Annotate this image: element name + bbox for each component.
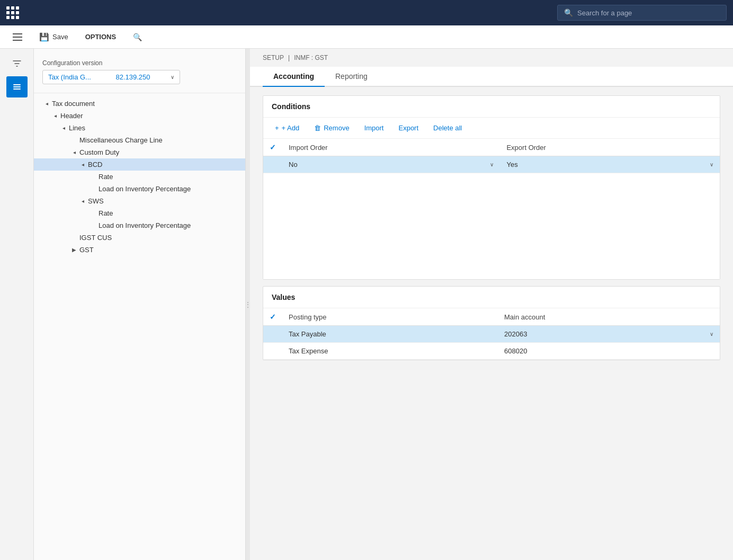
values-col-account: Main account (498, 308, 720, 326)
import-order-chevron: ∨ (490, 162, 494, 167)
tree-panel: Configuration version Tax (India G... 82… (34, 49, 246, 560)
nav-list-icon[interactable] (6, 76, 28, 97)
top-bar: 🔍 Search for a page (0, 0, 733, 25)
tree-item-custom-duty[interactable]: ◂ Custom Duty (34, 146, 245, 158)
breadcrumb-part2: INMF : GST (294, 54, 328, 61)
tree-label-rate-bcd: Rate (99, 173, 113, 181)
value-row-1-check (263, 326, 282, 343)
import-condition-button[interactable]: Import (361, 122, 387, 134)
tree-item-rate-bcd[interactable]: Rate (34, 171, 245, 183)
options-label: OPTIONS (85, 33, 117, 41)
content-body: Conditions + + Add 🗑 Remove Import Expor… (250, 87, 733, 560)
conditions-check-header: ✓ (263, 139, 282, 156)
tree-item-misc-charge-line[interactable]: Miscellaneous Charge Line (34, 134, 245, 146)
condition-row-1-import[interactable]: No ∨ (282, 156, 500, 173)
expand-icon-sws: ◂ (78, 198, 87, 204)
expand-icon-tax-document: ◂ (42, 101, 51, 106)
tree-item-rate-sws[interactable]: Rate (34, 207, 245, 219)
tree-label-misc: Miscellaneous Charge Line (79, 136, 163, 144)
condition-row-1-check (263, 156, 282, 173)
tree-item-load-sws[interactable]: Load on Inventory Percentage (34, 219, 245, 232)
svg-rect-1 (13, 86, 21, 87)
top-bar-left (6, 6, 19, 19)
tree-label-header: Header (60, 112, 83, 120)
values-col-posting: Posting type (282, 308, 498, 326)
side-nav (0, 49, 34, 560)
save-label: Save (52, 33, 68, 41)
config-version-dropdown[interactable]: Tax (India G... 82.139.250 ∨ (42, 70, 180, 84)
tree-item-igst-cus[interactable]: IGST CUS (34, 232, 245, 244)
remove-condition-button[interactable]: 🗑 Remove (311, 122, 352, 134)
expand-icon-bcd: ◂ (78, 162, 87, 167)
tree-label-tax-document: Tax document (52, 100, 95, 108)
svg-rect-2 (13, 88, 21, 90)
conditions-section: Conditions + + Add 🗑 Remove Import Expor… (263, 95, 720, 280)
breadcrumb: SETUP | INMF : GST (250, 49, 733, 67)
hamburger-menu-icon[interactable] (8, 29, 26, 45)
tree-label-bcd: BCD (88, 161, 102, 168)
export-condition-button[interactable]: Export (395, 122, 422, 134)
tree-label-sws: SWS (88, 197, 104, 205)
search-icon: 🔍 (564, 8, 573, 17)
search-button[interactable]: 🔍 (129, 31, 146, 43)
breadcrumb-separator: | (288, 54, 290, 61)
condition-row-1-export[interactable]: Yes ∨ (500, 156, 720, 173)
value-row-1-posting: Tax Payable (282, 326, 498, 343)
breadcrumb-part1: SETUP (263, 54, 284, 61)
value-row-2-check (263, 343, 282, 360)
config-version-num: 82.139.250 (115, 73, 150, 81)
conditions-title: Conditions (263, 96, 720, 118)
values-check-header: ✓ (263, 308, 282, 326)
expand-icon-custom-duty: ◂ (70, 149, 78, 155)
content-area: SETUP | INMF : GST Accounting Reporting … (250, 49, 733, 560)
values-section: Values ✓ Posting type Main account (263, 286, 720, 360)
tree-item-sws[interactable]: ◂ SWS (34, 195, 245, 207)
tree-item-bcd[interactable]: ◂ BCD (34, 158, 245, 171)
add-condition-button[interactable]: + + Add (272, 122, 302, 134)
values-table: ✓ Posting type Main account Tax Payable (263, 308, 720, 360)
app-grid-icon[interactable] (6, 6, 19, 19)
tree-item-header[interactable]: ◂ Header (34, 110, 245, 122)
options-button[interactable]: OPTIONS (81, 31, 121, 43)
value-row-2-account: 608020 (498, 343, 720, 360)
tabs-bar: Accounting Reporting (250, 67, 733, 87)
resize-handle[interactable] (246, 49, 250, 560)
tree-item-tax-document[interactable]: ◂ Tax document (34, 97, 245, 110)
config-version-section: Configuration version Tax (India G... 82… (34, 55, 245, 93)
trash-icon: 🗑 (314, 124, 321, 132)
global-search-bar[interactable]: 🔍 Search for a page (557, 5, 727, 21)
value-row-2[interactable]: Tax Expense 608020 (263, 343, 720, 360)
tree-item-gst[interactable]: ▶ GST (34, 244, 245, 256)
expand-icon-lines: ◂ (59, 125, 68, 131)
values-title: Values (263, 287, 720, 308)
tab-reporting[interactable]: Reporting (325, 67, 378, 87)
tree-item-load-bcd[interactable]: Load on Inventory Percentage (34, 183, 245, 195)
values-check-icon: ✓ (270, 313, 276, 321)
nav-filter-icon[interactable] (6, 53, 28, 74)
add-icon: + (275, 124, 279, 132)
conditions-check-icon: ✓ (270, 143, 276, 152)
config-dropdown-chevron: ∨ (171, 74, 174, 80)
export-order-chevron: ∨ (710, 162, 713, 167)
tab-accounting[interactable]: Accounting (263, 67, 325, 87)
value-row-1[interactable]: Tax Payable 202063 ∨ (263, 326, 720, 343)
tree-label-load-sws: Load on Inventory Percentage (99, 221, 191, 229)
value-row-1-account[interactable]: 202063 ∨ (498, 326, 720, 343)
condition-row-1[interactable]: No ∨ Yes ∨ (263, 156, 720, 173)
svg-rect-0 (13, 84, 21, 85)
conditions-col-export: Export Order (500, 139, 720, 156)
save-icon: 💾 (39, 32, 49, 42)
tree-label-gst: GST (79, 246, 94, 254)
save-button[interactable]: 💾 Save (35, 30, 73, 44)
search-toolbar-icon: 🔍 (133, 33, 142, 41)
main-layout: Configuration version Tax (India G... 82… (0, 49, 733, 560)
tree-item-lines[interactable]: ◂ Lines (34, 122, 245, 134)
tree-label-rate-sws: Rate (99, 209, 113, 217)
config-version-label: Configuration version (42, 59, 237, 67)
tree-label-load-bcd: Load on Inventory Percentage (99, 185, 191, 193)
search-placeholder: Search for a page (577, 9, 632, 17)
conditions-table: ✓ Import Order Export Order No (263, 139, 720, 173)
conditions-col-import: Import Order (282, 139, 500, 156)
delete-all-condition-button[interactable]: Delete all (430, 122, 465, 134)
toolbar: 💾 Save OPTIONS 🔍 (0, 25, 733, 49)
